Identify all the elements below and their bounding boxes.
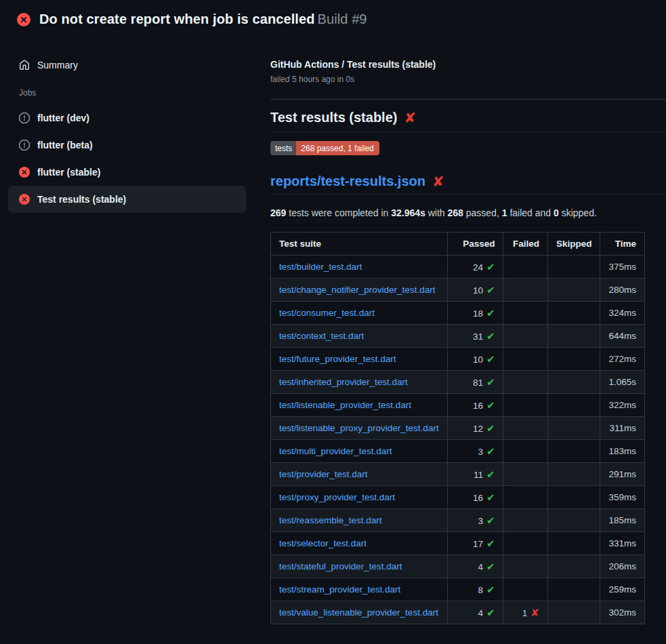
table-header-row: Test suite Passed Failed Skipped Time (271, 233, 645, 256)
table-row: test/future_provider_test.dart 10✔ 272ms (271, 348, 645, 371)
col-header-time: Time (600, 233, 645, 256)
check-icon: ✔ (486, 561, 495, 572)
cancelled-stop-icon (19, 113, 30, 123)
sentence-segment: 269 (270, 207, 286, 218)
check-icon: ✔ (486, 468, 495, 480)
table-body: test/builder_test.dart 24✔ 375ms test/ch… (271, 256, 645, 624)
failed-cell (503, 578, 547, 601)
test-suite-link[interactable]: test/reassemble_test.dart (279, 515, 382, 525)
check-icon: ✔ (486, 330, 495, 342)
failed-cell (503, 463, 547, 486)
failed-cell (503, 417, 547, 440)
x-circle-icon (19, 167, 30, 178)
check-run-header: Do not create report when job is cancell… (0, 0, 666, 27)
report-file-link[interactable]: reports/test-results.json (270, 174, 425, 189)
test-suite-link[interactable]: test/value_listenable_provider_test.dart (279, 607, 438, 618)
skipped-cell (547, 325, 600, 348)
check-icon: ✔ (486, 261, 495, 273)
test-suite-link[interactable]: test/proxy_provider_test.dart (279, 492, 395, 502)
check-icon: ✔ (486, 515, 495, 526)
failed-cell (503, 256, 547, 279)
test-suite-link[interactable]: test/consumer_test.dart (279, 308, 375, 318)
check-icon: ✔ (486, 491, 495, 503)
sidebar-job-label: flutter (beta) (37, 140, 93, 150)
time-cell: 644ms (600, 325, 645, 348)
section-title-row: Test results (stable) ✘ (270, 110, 666, 132)
skipped-cell (547, 256, 600, 279)
test-suite-link[interactable]: test/context_test.dart (279, 331, 364, 341)
skipped-cell (547, 509, 600, 532)
passed-cell: 8✔ (447, 578, 503, 601)
jobs-list: flutter (dev) flutter (beta) flutter (st… (0, 104, 254, 213)
sidebar-job-item[interactable]: flutter (stable) (8, 159, 246, 186)
sidebar-job-item[interactable]: flutter (dev) (8, 104, 246, 132)
badge-label: tests (270, 141, 296, 155)
sidebar-item-summary[interactable]: Summary (0, 53, 254, 77)
page-title: Do not create report when job is cancell… (39, 12, 315, 26)
time-cell: 322ms (600, 394, 645, 417)
test-suite-link[interactable]: test/builder_test.dart (279, 262, 362, 272)
test-suite-link[interactable]: test/listenable_proxy_provider_test.dart (279, 423, 439, 433)
home-icon (19, 60, 30, 71)
page-title-line: Do not create report when job is cancell… (39, 12, 367, 27)
jobs-section-label: Jobs (0, 88, 254, 98)
sentence-segment: 0 (554, 207, 559, 218)
test-results-table: Test suite Passed Failed Skipped Time te… (270, 232, 645, 624)
skipped-cell (547, 394, 600, 417)
skipped-cell (547, 578, 600, 601)
table-row: test/value_listenable_provider_test.dart… (271, 601, 645, 624)
table-row: test/consumer_test.dart 18✔ 324ms (271, 302, 645, 325)
time-cell: 1.065s (600, 371, 645, 394)
check-icon: ✔ (486, 538, 495, 549)
time-cell: 183ms (600, 440, 645, 463)
test-suite-link[interactable]: test/future_provider_test.dart (279, 354, 396, 364)
table-row: test/proxy_provider_test.dart 16✔ 359ms (271, 486, 645, 509)
test-suite-link[interactable]: test/multi_provider_test.dart (279, 446, 392, 456)
col-header-passed: Passed (447, 233, 503, 256)
failed-cell (503, 371, 547, 394)
table-row: test/context_test.dart 31✔ 644ms (271, 325, 645, 348)
section-title: Test results (stable) (270, 110, 397, 125)
test-suite-link[interactable]: test/inherited_provider_test.dart (279, 377, 408, 387)
table-row: test/listenable_proxy_provider_test.dart… (271, 417, 645, 440)
table-row: test/reassemble_test.dart 3✔ 185ms (271, 509, 645, 532)
skipped-cell (547, 371, 600, 394)
time-cell: 311ms (600, 417, 645, 440)
build-number: Build #9 (318, 12, 367, 26)
time-cell: 280ms (600, 279, 645, 302)
failed-cell (503, 440, 547, 463)
test-suite-link[interactable]: test/stream_provider_test.dart (279, 584, 400, 595)
test-suite-link[interactable]: test/stateful_provider_test.dart (279, 561, 402, 571)
time-cell: 272ms (600, 348, 645, 371)
test-suite-link[interactable]: test/provider_test.dart (279, 469, 368, 479)
table-row: test/multi_provider_test.dart 3✔ 183ms (271, 440, 645, 463)
sidebar-job-item[interactable]: Test results (stable) (8, 186, 246, 213)
passed-cell: 10✔ (447, 348, 503, 371)
passed-cell: 10✔ (447, 279, 503, 302)
sentence-segment: 1 (502, 207, 507, 218)
table-row: test/stream_provider_test.dart 8✔ 259ms (271, 578, 645, 601)
col-header-failed: Failed (503, 233, 547, 256)
check-icon: ✔ (486, 307, 495, 319)
sidebar: Summary Jobs flutter (dev) flutter (beta… (0, 38, 254, 213)
test-suite-link[interactable]: test/selector_test.dart (279, 538, 367, 548)
passed-cell: 11✔ (447, 463, 503, 486)
sentence-segment: passed, (463, 207, 502, 218)
skipped-cell (547, 486, 600, 509)
check-icon: ✔ (486, 376, 495, 388)
passed-cell: 31✔ (447, 325, 503, 348)
failed-cell (503, 509, 547, 532)
table-row: test/change_notifier_provider_test.dart … (271, 279, 645, 302)
check-icon: ✔ (486, 584, 495, 595)
check-icon: ✔ (486, 284, 495, 296)
passed-cell: 3✔ (447, 440, 503, 463)
skipped-cell (547, 348, 600, 371)
test-suite-link[interactable]: test/change_notifier_provider_test.dart (279, 285, 435, 295)
test-suite-link[interactable]: test/listenable_provider_test.dart (279, 400, 411, 410)
skipped-cell (547, 601, 600, 624)
skipped-cell (547, 279, 600, 302)
failed-cell (503, 394, 547, 417)
failed-cell (503, 279, 547, 302)
sidebar-job-item[interactable]: flutter (beta) (8, 132, 246, 159)
breadcrumb: GitHub Actions / Test results (stable) (270, 58, 666, 71)
